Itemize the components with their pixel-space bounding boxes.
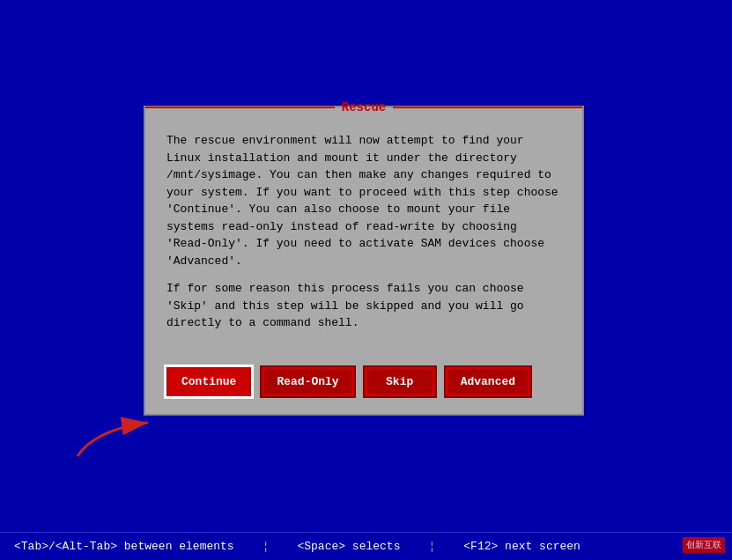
dialog-content: The rescue environment will now attempt … [145, 118, 582, 357]
title-line-left [145, 107, 335, 108]
arrow-annotation [60, 386, 183, 465]
watermark: 创新互联 [683, 537, 725, 553]
read-only-button[interactable]: Read-Only [262, 367, 353, 396]
dialog-buttons: Continue Read-Only Skip Advanced [145, 357, 582, 414]
title-line-right [393, 107, 582, 108]
body-paragraph-2: If for some reason this process fails yo… [166, 280, 561, 332]
status-item-3: <F12> next screen [463, 540, 580, 553]
status-item-1: <Tab>/<Alt-Tab> between elements [14, 540, 234, 553]
status-separator-1: ¦ [262, 540, 270, 553]
dialog-title: Rescue [335, 100, 393, 114]
skip-button[interactable]: Skip [365, 367, 435, 396]
status-bar: <Tab>/<Alt-Tab> between elements ¦ <Spac… [0, 532, 732, 560]
status-item-2: <Space> selects [297, 540, 400, 553]
status-separator-2: ¦ [428, 540, 435, 553]
screen: Rescue The rescue environment will now a… [0, 0, 732, 560]
dialog-title-bar: Rescue [145, 99, 582, 116]
rescue-dialog: Rescue The rescue environment will now a… [144, 106, 584, 416]
body-paragraph-1: The rescue environment will now attempt … [166, 132, 561, 269]
advanced-button[interactable]: Advanced [446, 367, 530, 396]
